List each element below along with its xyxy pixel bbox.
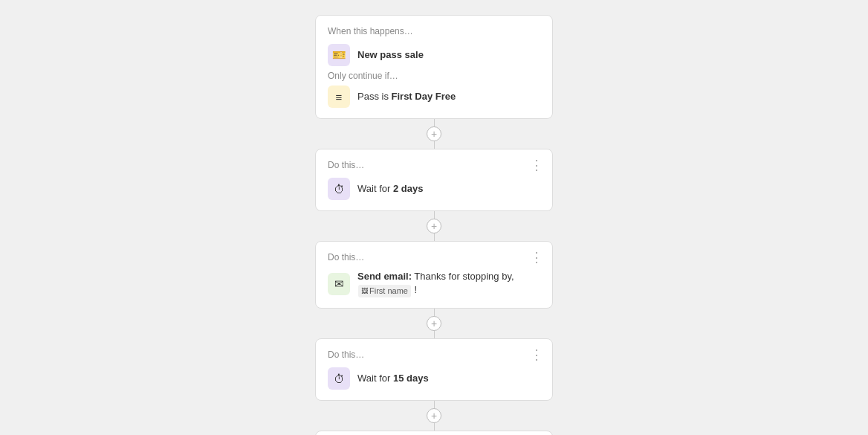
pass-sale-icon: 🎫 (332, 48, 346, 62)
email1-row: ✉ Send email: Thanks for stopping by, 🖼 … (328, 270, 540, 297)
trigger-icon-box: 🎫 (328, 44, 350, 66)
clock-icon-1: ⏱ (334, 183, 345, 196)
email-2-card: ⋮ Do this… ✉ Send email: Come by again, … (315, 431, 553, 435)
workflow-canvas: When this happens… 🎫 New pass sale Only … (315, 15, 553, 435)
line-bottom-4 (434, 423, 435, 431)
add-step-button-2[interactable]: + (427, 219, 441, 233)
line-bottom-2 (434, 233, 435, 241)
connector-2: + (427, 211, 441, 241)
add-step-button-3[interactable]: + (427, 316, 441, 331)
do-label-wait2: Do this… (328, 349, 540, 360)
do-label-wait1: Do this… (328, 160, 540, 170)
condition-row: ≡ Pass is First Day Free (328, 86, 540, 108)
add-step-button-1[interactable]: + (427, 126, 441, 141)
trigger-text: New pass sale (357, 48, 424, 62)
wait2-text: Wait for 15 days (357, 372, 429, 385)
menu-button-wait2[interactable]: ⋮ (530, 348, 543, 361)
tag-icon: 🖼 (361, 286, 368, 296)
wait-15-days-card: ⋮ Do this… ⏱ Wait for 15 days (315, 338, 553, 401)
trigger-row: 🎫 New pass sale (328, 44, 540, 66)
first-name-tag: 🖼 First name (358, 285, 411, 297)
clock-icon-2: ⏱ (334, 373, 345, 385)
line-top-4 (434, 401, 435, 408)
wait-2-days-card: ⋮ Do this… ⏱ Wait for 2 days (315, 149, 553, 211)
email-icon-1: ✉ (334, 277, 344, 291)
filter-icon: ≡ (336, 91, 343, 103)
condition-text: Pass is First Day Free (357, 90, 456, 103)
tag-text: First name (369, 286, 408, 297)
only-label: Only continue if… (328, 71, 540, 81)
add-step-button-4[interactable]: + (427, 408, 441, 423)
email-icon-box-1: ✉ (328, 273, 350, 295)
wait2-row: ⏱ Wait for 15 days (328, 367, 540, 390)
line-bottom-1 (434, 141, 435, 149)
line-bottom-3 (434, 331, 435, 338)
filter-icon-box: ≡ (328, 86, 350, 108)
when-label: When this happens… (328, 26, 540, 36)
email1-end: ! (415, 284, 418, 295)
connector-4: + (427, 401, 441, 431)
menu-button-email1[interactable]: ⋮ (530, 251, 543, 264)
line-top-2 (434, 211, 435, 219)
email-1-card: ⋮ Do this… ✉ Send email: Thanks for stop… (315, 241, 553, 309)
do-label-email1: Do this… (328, 252, 540, 262)
clock-icon-box-1: ⏱ (328, 178, 350, 200)
wait1-text: Wait for 2 days (357, 182, 423, 196)
email1-text: Send email: Thanks for stopping by, 🖼 Fi… (357, 270, 514, 297)
email1-body: Thanks for stopping by, (414, 271, 514, 282)
clock-icon-box-2: ⏱ (328, 367, 350, 390)
trigger-card: When this happens… 🎫 New pass sale Only … (315, 15, 553, 119)
connector-1: + (427, 119, 441, 149)
wait1-row: ⏱ Wait for 2 days (328, 178, 540, 200)
connector-3: + (427, 309, 441, 338)
menu-button-wait1[interactable]: ⋮ (530, 158, 543, 172)
line-top-1 (434, 119, 435, 126)
line-top-3 (434, 309, 435, 316)
email1-bold: Send email: (357, 271, 412, 282)
